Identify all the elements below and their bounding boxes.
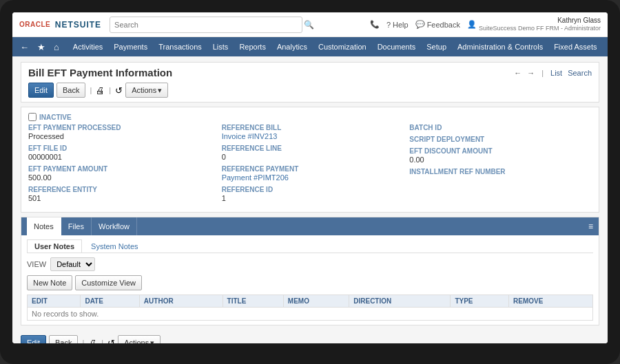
home-nav-icon[interactable]: ⌂ [50,37,63,56]
prev-record-icon[interactable]: ← [514,69,521,77]
content-area: Bill EFT Payment Information ← → | List … [12,56,608,343]
page-title: Bill EFT Payment Information [28,67,172,78]
view-row: VIEW Default [27,257,593,271]
reference-payment-label: REFERENCE PAYMENT [222,165,399,173]
nav-documents[interactable]: Documents [373,37,421,56]
reference-entity-label: REFERENCE ENTITY [28,186,211,193]
reference-bill-link[interactable]: Invoice #INV213 [222,132,278,140]
page-actions-right: ← → | List Search [514,69,592,77]
bottom-back-button[interactable]: Back [49,335,78,343]
view-select[interactable]: Default [50,257,95,271]
nav-reports[interactable]: Reports [234,37,271,56]
nav-setup[interactable]: Setup [422,37,451,56]
nav-fixed-assets[interactable]: Fixed Assets [549,37,601,56]
nav-activities[interactable]: Activities [68,37,107,56]
batch-id-field: BATCH ID [409,124,586,131]
bottom-print-icon[interactable]: 🖨 [88,338,97,344]
tabs-list: Notes Files Workflow [27,217,137,235]
installment-ref-field: INSTALLMENT REF NUMBER [409,168,586,175]
eft-file-id-label: EFT FILE ID [28,144,211,152]
script-deployment-label: SCRIPT DEPLOYMENT [409,136,586,143]
bottom-edit-button[interactable]: Edit [21,335,46,343]
actions-chevron-icon: ▾ [158,86,162,95]
page-header: Bill EFT Payment Information ← → | List … [21,62,599,103]
user-name: Kathryn Glass [479,16,601,25]
reference-id-label: REFERENCE ID [222,186,399,193]
tab-workflow[interactable]: Workflow [92,217,137,235]
toolbar-row: Edit Back | 🖨 | ↺ Actions ▾ [28,83,592,98]
table-actions: New Note Customize View [27,275,593,290]
search-icon[interactable]: 🔍 [304,20,314,30]
nav-lists[interactable]: Lists [208,37,234,56]
col-edit: EDIT [28,295,81,308]
view-label: VIEW [27,260,46,268]
reference-id-field: REFERENCE ID 1 [222,186,399,202]
star-nav-icon[interactable]: ★ [34,37,49,56]
help-link[interactable]: ? Help [386,21,409,29]
top-icons: 📞 ? Help 💬 Feedback 👤 Kathryn Glass Suit… [370,16,601,33]
form-col-middle: REFERENCE BILL Invoice #INV213 REFERENCE… [216,124,404,206]
feedback-icon: 💬 [415,20,425,29]
table-body: No records to show. [28,308,593,321]
user-menu[interactable]: 👤 Kathryn Glass SuiteSuccess Demo FF FRM… [467,16,601,33]
bottom-save-icon[interactable]: ↺ [107,338,115,344]
page-title-row: Bill EFT Payment Information ← → | List … [28,67,592,78]
script-deployment-field: SCRIPT DEPLOYMENT [409,136,586,143]
nav-bar: ← ★ ⌂ Activities Payments Transactions L… [12,37,608,56]
feedback-link[interactable]: 💬 Feedback [415,20,460,29]
tab-content-notes: User Notes System Notes VIEW Default New… [21,235,599,325]
nav-admin[interactable]: Administration & Controls [453,37,548,56]
reference-payment-field: REFERENCE PAYMENT Payment #PIMT206 [222,165,399,182]
list-link[interactable]: List [550,69,562,77]
back-nav-icon[interactable]: ← [17,37,32,56]
phone-icon-item[interactable]: 📞 [370,20,380,29]
reference-entity-field: REFERENCE ENTITY 501 [28,186,211,202]
actions-button[interactable]: Actions ▾ [125,83,168,98]
eft-discount-value: 0.00 [409,156,586,164]
eft-payment-amount-label: EFT PAYMENT AMOUNT [28,165,211,173]
reference-bill-field: REFERENCE BILL Invoice #INV213 [222,124,399,140]
logo-netsuite: NETSUITE [55,20,101,30]
laptop-frame: ORACLE NETSUITE 🔍 📞 ? Help 💬 Feedback [0,0,620,364]
user-info: Kathryn Glass SuiteSuccess Demo FF FRM -… [479,16,601,33]
next-record-icon[interactable]: → [527,69,535,77]
inactive-checkbox-row[interactable]: INACTIVE [28,113,592,121]
print-icon[interactable]: 🖨 [96,85,105,96]
reference-line-field: REFERENCE LINE 0 [222,144,399,161]
eft-payment-amount-field: EFT PAYMENT AMOUNT 500.00 [28,165,211,182]
reference-payment-link[interactable]: Payment #PIMT206 [222,173,289,182]
eft-file-id-value: 00000001 [28,153,211,161]
search-input[interactable] [110,17,302,33]
customize-view-button[interactable]: Customize View [75,275,142,290]
inactive-row: INACTIVE [28,113,592,121]
nav-more[interactable]: ··· [603,37,608,56]
form-col-right: BATCH ID SCRIPT DEPLOYMENT EFT DISCOUNT … [404,124,592,206]
tabs-menu-icon[interactable]: ≡ [588,222,593,231]
table-row-empty: No records to show. [28,308,593,321]
search-link[interactable]: Search [568,69,592,77]
edit-button[interactable]: Edit [28,83,54,98]
tab-files[interactable]: Files [61,217,92,235]
eft-discount-label: EFT DISCOUNT AMOUNT [409,147,586,155]
save-nav-icon[interactable]: ↺ [115,85,123,96]
new-note-button[interactable]: New Note [27,275,72,290]
nav-analytics[interactable]: Analytics [272,37,312,56]
inactive-checkbox[interactable] [28,113,37,121]
reference-line-value: 0 [222,153,399,161]
subtab-user-notes[interactable]: User Notes [27,239,82,253]
no-records-text: No records to show. [32,307,99,321]
reference-entity-value: 501 [28,194,211,202]
help-icon: ? [386,21,391,29]
reference-bill-label: REFERENCE BILL [222,124,399,131]
bottom-toolbar: Edit Back | 🖨 | ↺ Actions ▾ [21,332,599,343]
back-button[interactable]: Back [56,83,85,98]
subtab-system-notes[interactable]: System Notes [83,239,145,253]
tab-notes[interactable]: Notes [27,217,61,235]
nav-payments[interactable]: Payments [109,37,152,56]
nav-customization[interactable]: Customization [313,37,371,56]
tabs-container: Notes Files Workflow ≡ User Notes System… [21,217,599,325]
eft-file-id-field: EFT FILE ID 00000001 [28,144,211,161]
nav-transactions[interactable]: Transactions [154,37,207,56]
bottom-actions-button[interactable]: Actions ▾ [118,335,161,343]
no-records-cell: No records to show. [28,308,593,321]
